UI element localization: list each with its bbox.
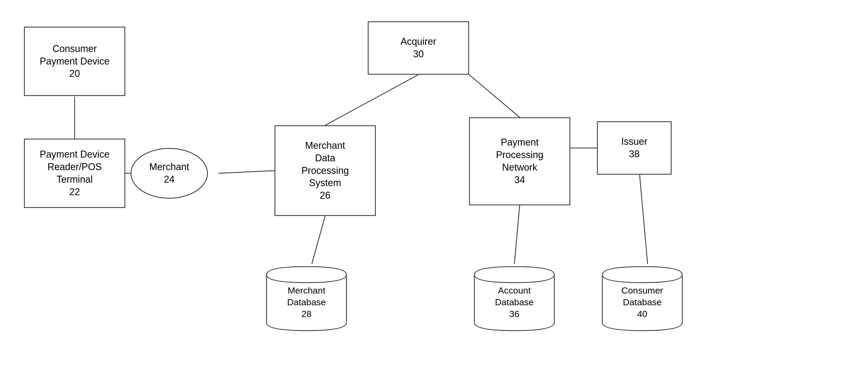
payment-processing-network-box: PaymentProcessingNetwork34 xyxy=(469,117,570,205)
svg-line-8 xyxy=(640,175,648,264)
svg-line-7 xyxy=(514,205,520,264)
svg-line-3 xyxy=(325,75,418,125)
consumer-database-shape: ConsumerDatabase40 xyxy=(597,264,688,333)
merchant-ellipse: Merchant24 xyxy=(131,148,208,199)
account-database-shape: AccountDatabase36 xyxy=(469,264,560,333)
merchant-data-processing-box: MerchantDataProcessingSystem26 xyxy=(275,125,376,216)
payment-device-reader-label: Payment DeviceReader/POSTerminal22 xyxy=(40,148,110,198)
merchant-label: Merchant24 xyxy=(149,161,189,186)
svg-line-4 xyxy=(469,75,520,117)
issuer-label: Issuer38 xyxy=(621,136,647,161)
payment-device-reader-box: Payment DeviceReader/POSTerminal22 xyxy=(24,139,125,208)
merchant-data-processing-label: MerchantDataProcessingSystem26 xyxy=(302,140,349,202)
consumer-payment-device-box: ConsumerPayment Device20 xyxy=(24,27,125,96)
merchant-database-shape: MerchantDatabase28 xyxy=(261,264,352,333)
merchant-database-label: MerchantDatabase28 xyxy=(287,285,326,319)
acquirer-box: Acquirer30 xyxy=(368,21,469,75)
acquirer-label: Acquirer30 xyxy=(401,35,436,60)
issuer-box: Issuer38 xyxy=(597,121,672,175)
diagram: ConsumerPayment Device20 Payment DeviceR… xyxy=(0,0,868,377)
consumer-database-label: ConsumerDatabase40 xyxy=(621,285,663,319)
consumer-payment-device-label: ConsumerPayment Device20 xyxy=(40,43,110,80)
svg-line-2 xyxy=(219,171,275,173)
payment-processing-network-label: PaymentProcessingNetwork34 xyxy=(496,136,544,186)
account-database-label: AccountDatabase36 xyxy=(495,285,534,319)
svg-line-6 xyxy=(312,216,325,264)
